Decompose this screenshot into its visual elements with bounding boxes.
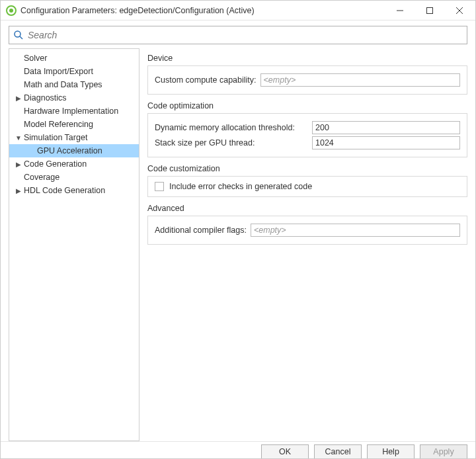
svg-rect-1 <box>426 7 432 13</box>
button-bar: OK Cancel Help Apply <box>1 441 475 459</box>
flags-input[interactable] <box>251 224 460 237</box>
settings-panel: Device Custom compute capability: Code o… <box>147 48 467 441</box>
codeopt-section: Dynamic memory allocation threshold: Sta… <box>147 113 467 157</box>
tree-item[interactable]: ▶Code Generation <box>9 157 139 171</box>
search-input[interactable] <box>26 29 463 41</box>
tree-item[interactable]: Model Referencing <box>9 118 139 131</box>
tree-item-label: GPU Acceleration <box>37 146 102 155</box>
tree-item[interactable]: GPU Acceleration <box>9 144 139 157</box>
flags-label: Additional compiler flags: <box>155 226 247 235</box>
tree-item-label: Model Referencing <box>24 120 93 129</box>
advanced-section: Additional compiler flags: <box>147 216 467 245</box>
tree-item[interactable]: ▶HDL Code Generation <box>9 184 139 197</box>
custom-compute-label: Custom compute capability: <box>155 75 257 85</box>
close-button[interactable] <box>444 1 474 20</box>
caret-right-icon: ▶ <box>15 161 22 168</box>
device-section-title: Device <box>147 54 467 63</box>
search-box[interactable] <box>9 26 467 44</box>
search-icon <box>13 30 24 40</box>
tree-item[interactable]: Solver <box>9 52 139 65</box>
minimize-button[interactable] <box>385 1 415 20</box>
device-section: Custom compute capability: <box>147 65 467 95</box>
tree-item-label: Math and Data Types <box>24 80 102 89</box>
advanced-section-title: Advanced <box>147 204 467 213</box>
tree-item[interactable]: Coverage <box>9 171 139 184</box>
codecust-section-title: Code customization <box>147 164 467 173</box>
cancel-button[interactable]: Cancel <box>314 444 362 459</box>
include-errors-label: Include error checks in generated code <box>169 182 312 191</box>
tree-item[interactable]: ▶Diagnostics <box>9 91 139 104</box>
dyn-mem-label: Dynamic memory allocation threshold: <box>155 123 308 132</box>
custom-compute-input[interactable] <box>260 73 460 87</box>
caret-down-icon: ▼ <box>15 134 22 142</box>
tree-item-label: HDL Code Generation <box>24 186 105 195</box>
stack-size-label: Stack size per GPU thread: <box>155 138 308 147</box>
svg-point-4 <box>15 31 20 37</box>
tree-item-label: Hardware Implementation <box>24 106 118 116</box>
tree-item[interactable]: ▼Simulation Target <box>9 131 139 144</box>
window-title: Configuration Parameters: edgeDetection/… <box>20 6 385 15</box>
app-icon <box>6 5 17 16</box>
codeopt-section-title: Code optimization <box>147 101 467 110</box>
include-errors-checkbox[interactable] <box>155 182 164 191</box>
caret-right-icon: ▶ <box>15 95 22 102</box>
codecust-section: Include error checks in generated code <box>147 176 467 197</box>
tree-item[interactable]: Data Import/Export <box>9 65 139 78</box>
tree-item-label: Data Import/Export <box>24 67 93 76</box>
svg-line-5 <box>20 36 22 39</box>
dyn-mem-input[interactable] <box>312 121 460 134</box>
tree-item[interactable]: Math and Data Types <box>9 78 139 91</box>
tree-item-label: Simulation Target <box>24 133 87 142</box>
category-tree: SolverData Import/ExportMath and Data Ty… <box>9 48 139 441</box>
tree-item-label: Diagnostics <box>24 93 67 103</box>
caret-right-icon: ▶ <box>15 187 22 194</box>
apply-button[interactable]: Apply <box>420 444 467 459</box>
tree-item-label: Coverage <box>24 173 60 182</box>
tree-item[interactable]: Hardware Implementation <box>9 104 139 118</box>
tree-item-label: Code Generation <box>24 159 87 169</box>
stack-size-input[interactable] <box>312 136 460 149</box>
help-button[interactable]: Help <box>367 444 415 459</box>
titlebar: Configuration Parameters: edgeDetection/… <box>1 1 475 21</box>
tree-item-label: Solver <box>24 54 47 63</box>
maximize-button[interactable] <box>415 1 444 20</box>
ok-button[interactable]: OK <box>261 444 309 459</box>
